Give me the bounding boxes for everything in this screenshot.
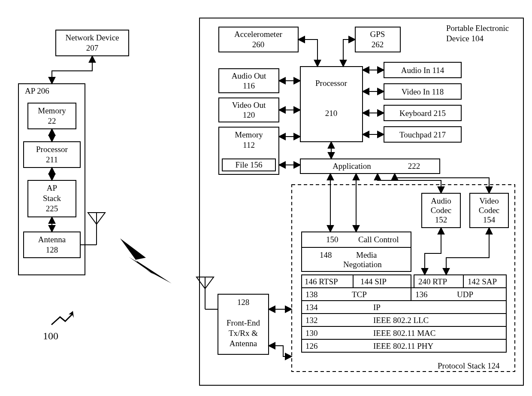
video-in-box: Video In 118 xyxy=(384,84,461,99)
svg-text:240 RTP: 240 RTP xyxy=(418,277,447,286)
svg-text:132: 132 xyxy=(305,316,318,325)
network-device-num: 207 xyxy=(86,43,99,52)
svg-text:Antenna: Antenna xyxy=(230,339,257,348)
svg-text:150: 150 xyxy=(326,235,339,244)
ap-processor-label: Processor xyxy=(36,145,68,154)
ap-processor-num: 211 xyxy=(46,155,58,164)
svg-text:146 RTSP: 146 RTSP xyxy=(305,277,338,286)
svg-text:Touchpad  217: Touchpad 217 xyxy=(399,130,446,139)
svg-text:Audio: Audio xyxy=(431,196,451,205)
ap-stack-num: 225 xyxy=(46,204,58,213)
svg-text:126: 126 xyxy=(305,341,318,350)
svg-text:116: 116 xyxy=(243,81,255,90)
audio-out-box: Audio Out 116 xyxy=(219,69,279,93)
svg-text:AP 206: AP 206 xyxy=(25,86,49,95)
svg-text:262: 262 xyxy=(372,40,384,49)
sip-box: 144 SIP xyxy=(353,275,411,288)
protocol-stack-num: 124 xyxy=(487,361,500,370)
svg-text:152: 152 xyxy=(435,215,447,224)
ap-antenna-num: 128 xyxy=(46,245,58,254)
svg-text:130: 130 xyxy=(305,329,318,338)
svg-text:Audio In  114: Audio In 114 xyxy=(401,66,444,75)
svg-text:Audio Out: Audio Out xyxy=(232,71,266,80)
accelerometer-box: Accelerometer 260 xyxy=(219,27,298,52)
video-codec-box: Video Codec 154 xyxy=(470,193,508,228)
keyboard-box: Keyboard 215 xyxy=(384,105,461,121)
udp-box: 136 UDP xyxy=(411,288,506,301)
svg-text:100: 100 xyxy=(43,330,58,341)
ped-title-line1: Portable Electronic xyxy=(446,24,509,33)
ap-memory-num: 22 xyxy=(48,116,56,125)
svg-text:IEEE 802.11 MAC: IEEE 802.11 MAC xyxy=(373,329,435,338)
llc-box: 132 IEEE 802.2 LLC xyxy=(302,314,506,326)
phy-box: 126 IEEE 802.11 PHY xyxy=(302,339,506,352)
svg-text:Processor: Processor xyxy=(315,79,348,88)
svg-text:Memory: Memory xyxy=(235,130,263,139)
svg-text:Front-End: Front-End xyxy=(227,318,260,327)
network-device-box: Network Device 207 xyxy=(56,30,129,56)
svg-text:136: 136 xyxy=(415,290,428,299)
svg-text:Stack: Stack xyxy=(43,194,61,203)
svg-text:148: 148 xyxy=(320,250,332,259)
frontend-box: 128 Front-End Tx/Rx & Antenna xyxy=(218,294,269,354)
svg-rect-84 xyxy=(302,301,506,314)
svg-text:Call Control: Call Control xyxy=(358,235,399,244)
mac-box: 130 IEEE 802.11 MAC xyxy=(302,326,506,339)
svg-text:Negotiation: Negotiation xyxy=(343,260,382,269)
svg-text:Tx/Rx &: Tx/Rx & xyxy=(229,329,258,338)
svg-text:Application: Application xyxy=(332,161,371,171)
svg-text:Accelerometer: Accelerometer xyxy=(234,30,282,39)
svg-text:112: 112 xyxy=(243,140,255,149)
svg-text:UDP: UDP xyxy=(457,290,473,299)
svg-rect-22 xyxy=(300,67,363,142)
svg-text:142 SAP: 142 SAP xyxy=(468,277,497,286)
svg-text:Protocol Stack  124: Protocol Stack 124 xyxy=(438,361,500,370)
application-box: Application 222 xyxy=(300,159,440,174)
svg-text:144 SIP: 144 SIP xyxy=(360,277,387,286)
ap-antenna-icon xyxy=(80,213,105,245)
ap-title-num: 206 xyxy=(37,86,49,95)
ap-title: AP xyxy=(25,86,35,95)
touchpad-box: Touchpad 217 xyxy=(384,127,461,142)
audio-codec-box: Audio Codec 152 xyxy=(422,193,460,228)
svg-text:AP: AP xyxy=(47,183,57,192)
svg-text:Codec: Codec xyxy=(479,206,500,215)
svg-text:260: 260 xyxy=(252,40,265,49)
svg-text:TCP: TCP xyxy=(352,290,367,299)
svg-text:128: 128 xyxy=(237,298,250,307)
network-device-label: Network Device xyxy=(65,33,119,42)
svg-text:GPS: GPS xyxy=(370,30,385,39)
svg-text:IEEE 802.11 PHY: IEEE 802.11 PHY xyxy=(373,341,433,350)
svg-text:Media: Media xyxy=(356,250,377,259)
sap-box: 142 SAP xyxy=(463,275,506,288)
svg-text:134: 134 xyxy=(305,303,318,312)
tcp-box: 138 TCP xyxy=(302,288,411,301)
processor-box: Processor 210 xyxy=(300,67,363,142)
svg-text:Video In  118: Video In 118 xyxy=(402,87,444,96)
svg-text:Codec: Codec xyxy=(431,206,452,215)
svg-text:138: 138 xyxy=(305,290,318,299)
audio-in-box: Audio In 114 xyxy=(384,62,461,78)
wireless-bolt-icon xyxy=(120,238,172,283)
svg-text:File 156: File 156 xyxy=(236,160,263,169)
memory-box: Memory 112 File 156 xyxy=(219,127,279,174)
svg-text:Video: Video xyxy=(479,196,499,205)
rtp-box: 240 RTP xyxy=(414,275,463,288)
svg-text:210: 210 xyxy=(325,109,338,118)
protocol-stack-title: Protocol Stack xyxy=(438,361,486,370)
svg-text:Video Out: Video Out xyxy=(232,101,266,110)
ip-box: 134 IP xyxy=(302,301,506,314)
svg-text:154: 154 xyxy=(483,215,496,224)
figure-ref: 100 xyxy=(43,311,74,341)
svg-text:IP: IP xyxy=(373,303,381,312)
ap-antenna-label: Antenna xyxy=(38,235,66,244)
rtsp-box: 146 RTSP xyxy=(302,275,353,288)
ap-memory-label: Memory xyxy=(38,106,66,115)
ped-title-line2: Device 104 xyxy=(446,34,484,43)
svg-text:IEEE 802.2 LLC: IEEE 802.2 LLC xyxy=(373,316,429,325)
gps-box: GPS 262 xyxy=(355,27,400,52)
svg-text:222: 222 xyxy=(408,161,420,171)
svg-text:120: 120 xyxy=(243,110,255,119)
video-out-box: Video Out 120 xyxy=(219,98,279,122)
svg-text:Keyboard  215: Keyboard 215 xyxy=(399,109,446,118)
